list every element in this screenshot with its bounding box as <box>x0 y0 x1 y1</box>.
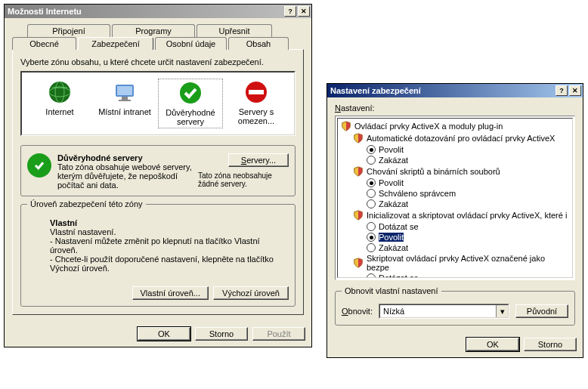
tree-label: Dotázat se <box>379 273 419 278</box>
tree-label: Zakázat <box>379 199 408 208</box>
help-button[interactable]: ? <box>284 6 296 17</box>
zone-intranet[interactable]: Místní intranet <box>93 79 156 128</box>
tree-option[interactable]: Zakázat <box>339 199 571 209</box>
shield-icon <box>341 121 351 131</box>
svg-rect-9 <box>249 90 264 94</box>
close-button[interactable]: ✕ <box>298 6 310 17</box>
original-button[interactable]: Původní <box>515 304 568 318</box>
radio-icon <box>367 233 376 242</box>
tree-label: Schváleno správcem <box>379 189 456 198</box>
svg-rect-6 <box>119 100 131 101</box>
ok-button[interactable]: OK <box>466 338 519 351</box>
ok-button[interactable]: OK <box>138 327 190 341</box>
tab-privacy[interactable]: Osobní údaje <box>155 37 227 50</box>
tree-option[interactable]: Dotázat se <box>339 273 571 278</box>
zone-internet[interactable]: Internet <box>28 79 91 128</box>
zone-prompt: Vyberte zónu obsahu, u které chcete urči… <box>20 57 296 66</box>
shield-icon <box>353 258 364 268</box>
no-entry-icon <box>244 80 268 104</box>
tree-label: Automatické dotazování pro ovládací prvk… <box>367 134 555 143</box>
radio-icon <box>367 189 376 198</box>
default-level-button[interactable]: Výchozí úroveň <box>213 286 289 300</box>
dialog-title: Nastavení zabezpečení <box>330 86 554 95</box>
tree-category: Skriptovat ovládací prvky ActiveX označe… <box>339 253 571 273</box>
shield-icon <box>353 133 364 144</box>
tree-option[interactable]: Zakázat <box>339 155 571 165</box>
svg-rect-5 <box>122 97 128 100</box>
monitor-icon <box>113 80 137 104</box>
tree-label: Inicializovat a skriptovat ovládací prvk… <box>367 211 567 220</box>
dialog-buttons: OK Storno Použít <box>5 321 311 347</box>
tab-advanced[interactable]: Upřesnit <box>197 24 272 37</box>
reset-label: Obnovit: <box>342 307 373 316</box>
tab-general[interactable]: Obecné <box>12 37 76 50</box>
tree-category: Inicializovat a skriptovat ovládací prvk… <box>339 209 571 221</box>
radio-icon <box>367 199 376 208</box>
trusted-title: Důvěryhodné servery <box>57 153 192 162</box>
security-level-group: Úroveň zabezpečení této zóny Vlastní Vla… <box>20 204 296 307</box>
custom-title: Vlastní <box>50 218 286 227</box>
tree-label: Povolit <box>379 178 404 187</box>
close-button[interactable]: ✕ <box>569 85 581 96</box>
tree-option[interactable]: Zakázat <box>339 242 571 253</box>
reset-group: Obnovit vlastní nastavení Obnovit: Nízká… <box>335 291 575 326</box>
tree-option[interactable]: Dotázat se <box>339 221 571 232</box>
tree-category: Chování skriptů a binárních souborů <box>339 165 571 178</box>
svg-point-0 <box>49 82 70 103</box>
custom-level-button[interactable]: Vlastní úroveň... <box>132 286 209 300</box>
custom-line: - Nastavení můžete změnit po klepnutí na… <box>50 236 286 255</box>
settings-label: Nastavení: <box>335 103 575 113</box>
tree-option[interactable]: Povolit <box>339 144 571 155</box>
tree-category: Automatické dotazování pro ovládací prvk… <box>339 132 571 144</box>
tree-option[interactable]: Povolit <box>339 232 571 242</box>
custom-line: - Chcete-li použít doporučené nastavení,… <box>50 255 286 273</box>
shield-icon <box>353 210 364 221</box>
shield-icon <box>353 166 364 177</box>
combo-value: Nízká <box>380 307 496 316</box>
tree-option[interactable]: Schváleno správcem <box>339 188 571 199</box>
radio-icon <box>367 222 376 231</box>
tree-label: Povolit <box>379 233 404 242</box>
radio-icon <box>367 145 376 154</box>
servers-button[interactable]: Servery... <box>228 153 289 167</box>
svg-rect-4 <box>117 86 132 95</box>
tab-content[interactable]: Obsah <box>228 37 289 50</box>
tab-panel-security: Vyberte zónu obsahu, u které chcete urči… <box>12 49 304 315</box>
group-title: Úroveň zabezpečení této zóny <box>27 199 146 208</box>
radio-icon <box>367 156 376 165</box>
check-circle-icon <box>178 81 203 105</box>
cancel-button[interactable]: Storno <box>524 338 577 351</box>
reset-combo[interactable]: Nízká ▾ <box>379 304 509 319</box>
tree-category: Ovládací prvky ActiveX a moduly plug-in <box>339 120 571 132</box>
tree-label: Dotázat se <box>379 222 419 231</box>
apply-button[interactable]: Použít <box>252 327 305 341</box>
security-settings-dialog: Nastavení zabezpečení ? ✕ Nastavení: Ovl… <box>326 83 583 358</box>
titlebar: Možnosti Internetu ? ✕ <box>5 5 311 18</box>
zone-trusted[interactable]: Důvěryhodné servery <box>158 79 223 128</box>
help-button[interactable]: ? <box>556 85 568 96</box>
dialog-title: Možnosti Internetu <box>8 7 283 16</box>
dialog-body: Připojení Programy Upřesnit Obecné Zabez… <box>5 18 311 321</box>
check-circle-icon <box>27 153 51 178</box>
no-servers-text: Tato zóna neobsahuje žádné servery. <box>198 171 289 188</box>
dialog-body: Nastavení: Ovládací prvky ActiveX a modu… <box>327 97 583 332</box>
trusted-desc: Tato zóna obsahuje webové servery, který… <box>57 162 192 190</box>
tab-programs[interactable]: Programy <box>112 24 195 37</box>
zones-list: Internet Místní intranet Důvěryhodné ser… <box>21 72 295 135</box>
settings-tree[interactable]: Ovládací prvky ActiveX a moduly plug-inA… <box>335 116 575 280</box>
group-title: Obnovit vlastní nastavení <box>342 286 441 295</box>
chevron-down-icon[interactable]: ▾ <box>496 305 508 317</box>
zone-restricted[interactable]: Servery s omezen... <box>224 79 288 128</box>
radio-icon <box>367 178 376 187</box>
tab-strip: Připojení Programy Upřesnit Obecné Zabez… <box>12 24 304 315</box>
tree-label: Ovládací prvky ActiveX a moduly plug-in <box>354 122 503 131</box>
dialog-buttons: OK Storno <box>327 332 583 357</box>
tree-label: Chování skriptů a binárních souborů <box>367 167 500 176</box>
tab-connection[interactable]: Připojení <box>27 24 110 37</box>
globe-icon <box>48 80 72 104</box>
titlebar: Nastavení zabezpečení ? ✕ <box>327 84 583 97</box>
radio-icon <box>367 243 376 252</box>
tree-option[interactable]: Povolit <box>339 178 571 188</box>
cancel-button[interactable]: Storno <box>195 327 248 341</box>
tab-security[interactable]: Zabezpečení <box>78 37 153 50</box>
